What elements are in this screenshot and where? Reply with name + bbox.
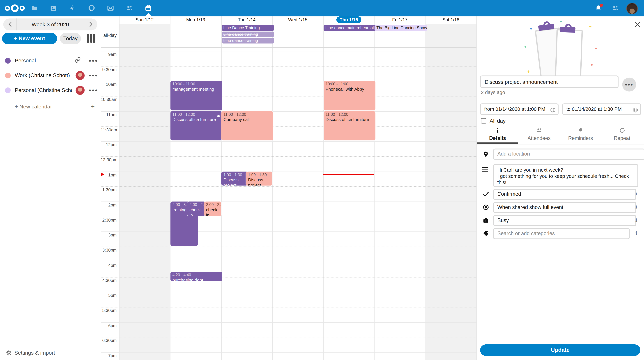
files-app-icon[interactable] <box>31 4 38 12</box>
day-header[interactable]: Sun 1/12 <box>119 17 170 24</box>
allday-event[interactable]: Line dance main rehearsal <box>324 25 376 30</box>
day-header[interactable]: Sat 1/18 <box>425 17 476 24</box>
time-label: 11:30am <box>100 127 117 132</box>
attendees-icon <box>518 127 560 135</box>
time-label: 12pm <box>100 142 117 147</box>
calendar-event[interactable]: 11:00 - 12:00Company call <box>221 111 273 140</box>
close-icon[interactable] <box>634 21 641 28</box>
notifications-bell-icon[interactable] <box>595 4 602 12</box>
day-header[interactable]: Mon 1/13 <box>170 17 221 24</box>
half-hour-line <box>100 96 476 97</box>
settings-import-button[interactable]: Settings & import <box>6 349 100 357</box>
calendar-actions-menu[interactable]: ●●● <box>89 56 98 65</box>
contacts-menu-icon[interactable] <box>612 4 619 12</box>
column-divider <box>170 16 170 360</box>
week-label[interactable]: Week 3 of 2020 <box>16 18 84 30</box>
visibility-select[interactable]: When shared show full event <box>493 202 636 213</box>
all-day-checkbox-row[interactable]: All day <box>481 117 506 124</box>
all-day-checkbox[interactable] <box>481 118 486 123</box>
event-time: 4:20 - 4:40 <box>172 273 220 278</box>
hour-line <box>100 201 476 202</box>
calendar-item-personal[interactable]: Personal ●●● <box>0 53 100 68</box>
calendar-event[interactable]: 10:00 - 11:00management meeting <box>170 81 222 110</box>
calendar-event[interactable]: 11:00 - 12:00Discuss office furniture <box>324 111 375 140</box>
busy-info-icon[interactable]: i <box>633 217 639 223</box>
view-toggle-button[interactable] <box>86 34 96 43</box>
column-divider <box>323 16 324 360</box>
visibility-info-icon[interactable]: i <box>633 204 639 210</box>
update-button[interactable]: Update <box>480 345 640 356</box>
nextcloud-logo[interactable] <box>4 3 25 13</box>
tab-reminders[interactable]: Reminders <box>560 126 601 141</box>
event-title: management meeting <box>172 87 220 92</box>
contacts-app-icon[interactable] <box>126 4 133 12</box>
allday-event[interactable]: Line dance training <box>222 31 274 37</box>
user-avatar[interactable] <box>626 3 638 14</box>
categories-info-icon[interactable]: i <box>633 230 639 236</box>
day-header[interactable]: Thu 1/16 <box>323 17 374 24</box>
next-week-button[interactable] <box>84 18 97 30</box>
timezone-globe-icon[interactable] <box>632 106 638 112</box>
hour-line <box>100 81 476 81</box>
calendar-grid-area: Sun 1/12Mon 1/13Tue 1/14Wed 1/15Thu 1/16… <box>100 16 476 360</box>
activity-app-icon[interactable] <box>68 4 76 12</box>
previous-week-button[interactable] <box>3 18 16 30</box>
new-event-button[interactable]: + New event <box>2 33 57 44</box>
start-datetime-field[interactable]: from 01/14/2020 at 1:00 PM <box>480 103 559 115</box>
allday-event[interactable]: Line Dance Training <box>222 25 274 30</box>
description-textarea[interactable]: Hi Carl! are you in next week? I got som… <box>493 164 638 187</box>
status-select[interactable]: Confirmed <box>493 189 636 200</box>
busy-select[interactable]: Busy <box>493 215 636 226</box>
calendar-item-personal-christine[interactable]: Personal (Christine Scho…) ●●● <box>0 83 100 98</box>
photos-app-icon[interactable] <box>50 4 57 12</box>
calendar-event[interactable]: 11:00 - 12:00Discuss office furniture <box>170 111 222 140</box>
event-title-input[interactable] <box>480 76 618 88</box>
end-datetime-field[interactable]: to 01/14/2020 at 1:30 PM <box>562 103 641 115</box>
status-info-icon[interactable]: i <box>633 190 639 197</box>
calendar-actions-menu[interactable]: ●●● <box>89 86 98 95</box>
today-button[interactable]: Today <box>60 33 81 44</box>
current-time-marker <box>101 172 104 176</box>
column-divider <box>119 16 120 360</box>
event-title: Discuss office furniture <box>326 117 373 122</box>
calendar-color-dot <box>5 72 10 78</box>
tab-attendees[interactable]: Attendees <box>518 126 560 141</box>
share-link-icon[interactable] <box>74 57 81 63</box>
day-header[interactable]: Tue 1/14 <box>221 17 272 24</box>
calendar-actions-menu[interactable]: ●●● <box>89 71 98 80</box>
visibility-eye-icon <box>483 204 489 211</box>
tab-details[interactable]: i Details <box>477 126 518 141</box>
calendar-event[interactable]: 4:20 - 4:40purchasing dept <box>170 272 222 281</box>
day-header[interactable]: Wed 1/15 <box>272 17 323 24</box>
talk-app-icon[interactable] <box>88 4 95 12</box>
time-label: 1:30pm <box>100 187 117 192</box>
calendar-event[interactable]: 10:00 - 11:00Phonecall with Abby <box>324 81 375 110</box>
mail-app-icon[interactable] <box>107 4 114 12</box>
half-hour-line <box>100 187 476 187</box>
calendar-app-icon[interactable] <box>144 4 152 12</box>
busy-briefcase-icon <box>483 217 489 224</box>
time-label: 6pm <box>100 323 117 328</box>
calendar-event[interactable]: 1:00 - 1:30Discuss project <box>246 171 272 186</box>
calendar-event[interactable]: 2:00 - 2:30check-in <box>204 201 221 216</box>
allday-event[interactable]: Line dance training <box>222 38 274 43</box>
event-time: 11:00 - 12:00 <box>326 112 373 117</box>
section-divider <box>100 47 476 48</box>
app-window: Week 3 of 2020 + New event Today Persona… <box>0 0 644 360</box>
hour-line <box>100 352 476 353</box>
calendar-event[interactable]: 2:00 - 2:30check-in <box>188 201 206 216</box>
event-time: 11:00 - 12:00 <box>172 112 220 117</box>
new-calendar-row[interactable]: + New calendar + <box>0 99 100 114</box>
day-header[interactable]: Fri 1/17 <box>374 17 425 24</box>
calendar-item-work-christine[interactable]: Work (Christine Schott) ●●● <box>0 68 100 83</box>
categories-input[interactable] <box>493 228 630 239</box>
tab-repeat[interactable]: Repeat <box>601 126 643 141</box>
last-modified-label: 2 days ago <box>481 89 505 95</box>
event-actions-menu[interactable]: ●●● <box>622 78 636 91</box>
timezone-globe-icon[interactable] <box>550 106 556 112</box>
calendar-event[interactable]: 1:00 - 1:30Discuss project announcement <box>221 171 248 186</box>
allday-event[interactable]: The Big Line Dancing Show <box>375 25 427 30</box>
location-input[interactable] <box>493 149 644 160</box>
event-title: purchasing dept <box>172 278 220 281</box>
notification-badge <box>600 4 603 7</box>
